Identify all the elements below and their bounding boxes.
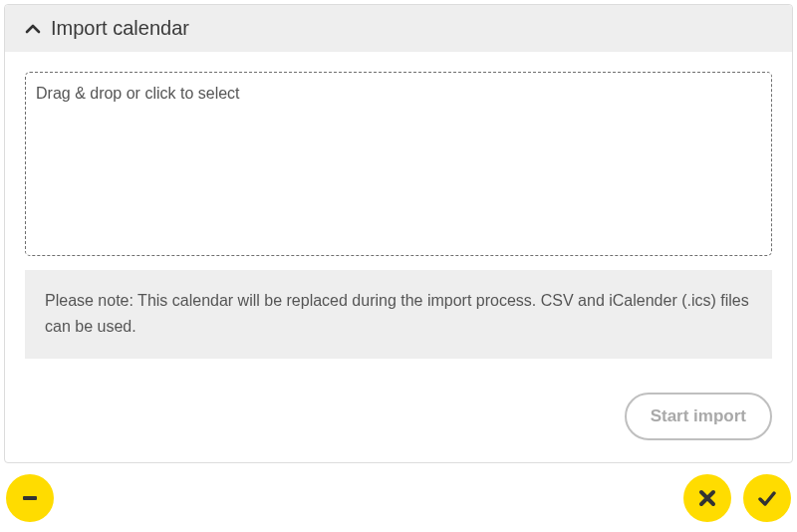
confirm-button[interactable] — [743, 474, 791, 522]
cancel-button[interactable] — [683, 474, 731, 522]
panel-body: Drag & drop or click to select Please no… — [5, 52, 792, 462]
import-calendar-panel: Import calendar Drag & drop or click to … — [4, 4, 793, 463]
cancel-icon — [697, 488, 717, 508]
footer-right — [683, 474, 791, 522]
panel-title: Import calendar — [51, 17, 189, 40]
dropzone-text: Drag & drop or click to select — [36, 85, 240, 102]
panel-header[interactable]: Import calendar — [5, 5, 792, 52]
remove-button[interactable] — [6, 474, 54, 522]
start-import-label: Start import — [651, 406, 746, 425]
panel-actions: Start import — [25, 393, 772, 440]
footer-actions — [0, 474, 797, 522]
start-import-button[interactable]: Start import — [625, 393, 772, 440]
check-icon — [757, 488, 777, 508]
chevron-up-icon — [25, 21, 41, 37]
import-note: Please note: This calendar will be repla… — [25, 270, 772, 359]
svg-rect-0 — [23, 496, 37, 500]
minus-icon — [20, 488, 40, 508]
import-note-text: Please note: This calendar will be repla… — [45, 292, 749, 335]
file-dropzone[interactable]: Drag & drop or click to select — [25, 72, 772, 256]
